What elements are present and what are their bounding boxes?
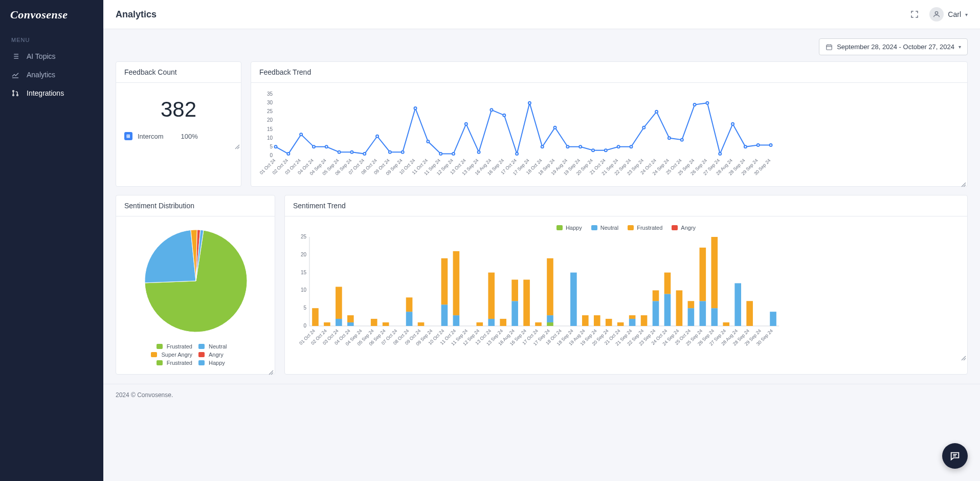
svg-rect-122 <box>441 304 448 326</box>
legend-item[interactable]: Happy <box>198 360 266 366</box>
svg-rect-145 <box>653 301 659 326</box>
card-title: Feedback Trend <box>251 62 967 83</box>
sidebar-item-analytics[interactable]: Analytics <box>0 65 103 84</box>
svg-point-10 <box>936 12 938 14</box>
nav-label: Integrations <box>27 89 64 97</box>
svg-text:15: 15 <box>301 270 307 275</box>
chart-line-icon <box>11 71 19 79</box>
intercom-icon: ⊞ <box>124 132 132 140</box>
feedback-trend-card: Feedback Trend 0510152025303501 Oct 2402… <box>251 61 968 187</box>
legend-item[interactable]: Frustrated <box>124 343 192 349</box>
svg-rect-131 <box>511 280 518 301</box>
svg-point-54 <box>668 137 671 139</box>
svg-text:20: 20 <box>301 252 307 257</box>
svg-rect-111 <box>312 308 319 326</box>
source-percent: 100% <box>181 133 198 140</box>
sentiment-trend-chart: 051015202501 Oct 2402 Oct 2403 Oct 2404 … <box>293 234 784 352</box>
svg-rect-154 <box>711 308 718 326</box>
svg-point-61 <box>757 144 760 146</box>
legend-item[interactable]: Angry <box>672 225 696 231</box>
legend-swatch <box>198 352 205 357</box>
legend-swatch <box>556 225 563 230</box>
legend-label: Happy <box>209 360 225 366</box>
chat-fab[interactable] <box>942 443 968 469</box>
svg-rect-150 <box>688 308 695 326</box>
legend-item[interactable]: Happy <box>556 225 582 231</box>
svg-text:30: 30 <box>267 100 273 105</box>
svg-rect-125 <box>453 251 460 315</box>
svg-rect-117 <box>371 319 377 326</box>
svg-point-41 <box>503 114 505 117</box>
svg-rect-156 <box>723 322 729 326</box>
legend-item[interactable]: Super Angry <box>124 352 192 358</box>
resize-handle-icon[interactable] <box>961 180 966 185</box>
legend-swatch <box>198 360 205 365</box>
svg-point-51 <box>630 145 632 148</box>
svg-point-30 <box>363 152 366 155</box>
svg-point-50 <box>617 145 620 148</box>
legend-swatch <box>157 344 163 349</box>
svg-rect-130 <box>511 301 518 326</box>
svg-point-45 <box>554 126 556 129</box>
legend-item[interactable]: Frustrated <box>628 225 662 231</box>
user-menu[interactable]: Carl ▾ <box>929 7 968 21</box>
svg-rect-115 <box>347 322 354 326</box>
fullscreen-icon[interactable] <box>910 10 919 19</box>
svg-point-53 <box>655 111 658 113</box>
svg-rect-134 <box>547 322 553 326</box>
svg-rect-120 <box>406 297 413 312</box>
svg-point-44 <box>541 145 544 148</box>
legend-item[interactable]: Frustrated <box>124 360 192 366</box>
bar-legend: HappyNeutralFrustratedAngry <box>293 225 959 231</box>
brand-logo: Convosense <box>0 0 103 30</box>
svg-point-35 <box>427 140 429 143</box>
sidebar-item-integrations[interactable]: Integrations <box>0 84 103 102</box>
svg-point-8 <box>13 95 14 96</box>
svg-rect-11 <box>827 45 832 49</box>
resize-handle-icon[interactable] <box>269 368 274 373</box>
svg-point-62 <box>770 144 772 146</box>
source-name: Intercom <box>138 133 164 140</box>
legend-swatch <box>672 225 678 230</box>
legend-label: Happy <box>566 225 582 231</box>
svg-rect-153 <box>700 248 706 301</box>
legend-item[interactable]: Neutral <box>198 343 266 349</box>
legend-label: Angry <box>209 352 224 358</box>
legend-item[interactable]: Neutral <box>591 225 618 231</box>
svg-rect-158 <box>746 301 753 326</box>
svg-point-36 <box>439 152 442 155</box>
svg-point-49 <box>605 149 607 151</box>
sentiment-pie-chart <box>124 225 268 337</box>
card-title: Sentiment Trend <box>285 195 967 216</box>
svg-text:15: 15 <box>267 126 273 132</box>
svg-rect-114 <box>336 287 342 319</box>
svg-text:25: 25 <box>301 234 307 239</box>
legend-label: Super Angry <box>161 352 192 358</box>
svg-point-46 <box>566 145 569 148</box>
legend-label: Neutral <box>209 343 227 349</box>
svg-rect-151 <box>688 301 695 308</box>
svg-rect-119 <box>406 312 413 326</box>
svg-text:10: 10 <box>267 135 273 141</box>
legend-item[interactable]: Angry <box>198 352 266 358</box>
svg-point-56 <box>694 103 696 106</box>
chevron-down-icon: ▾ <box>965 12 968 17</box>
resize-handle-icon[interactable] <box>961 354 966 359</box>
chevron-down-icon: ▾ <box>959 44 961 50</box>
nav-label: AI Topics <box>27 52 56 60</box>
svg-text:10: 10 <box>301 287 307 293</box>
svg-rect-136 <box>547 258 553 315</box>
svg-text:35: 35 <box>267 91 273 97</box>
svg-point-42 <box>516 152 518 155</box>
svg-point-7 <box>13 91 14 92</box>
svg-rect-113 <box>336 319 342 326</box>
svg-point-26 <box>313 145 315 148</box>
sentiment-trend-card: Sentiment Trend HappyNeutralFrustratedAn… <box>284 195 968 375</box>
resize-handle-icon[interactable] <box>235 142 240 147</box>
svg-text:0: 0 <box>270 152 273 158</box>
legend-swatch <box>151 352 157 357</box>
svg-rect-116 <box>347 315 354 322</box>
svg-text:25: 25 <box>267 108 273 114</box>
sidebar-item-ai-topics[interactable]: AI Topics <box>0 47 103 65</box>
date-range-picker[interactable]: September 28, 2024 - October 27, 2024 ▾ <box>819 38 968 55</box>
